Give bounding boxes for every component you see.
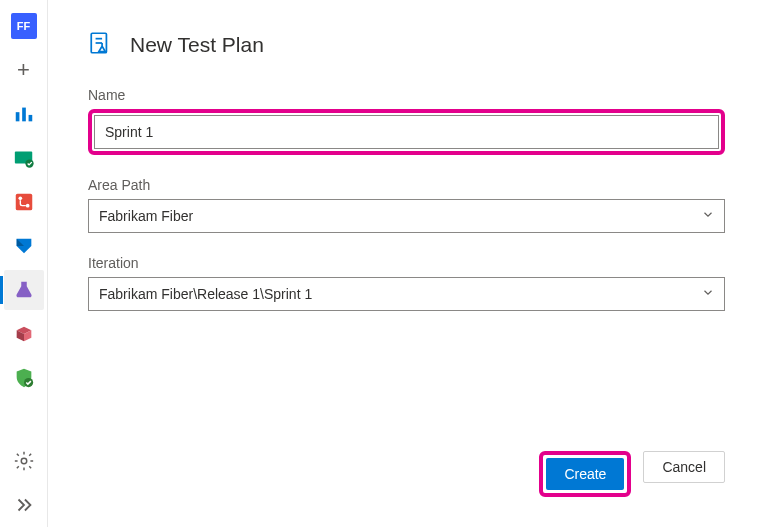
name-field-group: Name [88,87,725,155]
dashboards-icon [13,103,35,125]
svg-rect-5 [15,194,32,211]
sidebar-logo[interactable]: FF [4,6,44,46]
shield-check-icon [13,367,35,389]
page-header: New Test Plan [88,30,725,59]
sidebar-add[interactable]: + [4,50,44,90]
name-input[interactable] [94,115,719,149]
plus-icon: + [17,57,30,83]
page-title: New Test Plan [130,33,264,57]
create-highlight-wrap: Create [539,451,631,497]
sidebar-item-artifacts[interactable] [4,314,44,354]
area-path-select[interactable]: Fabrikam Fiber [88,199,725,233]
sidebar-item-test-plans[interactable] [4,270,44,310]
name-highlight-wrap [88,109,725,155]
area-path-field-group: Area Path Fabrikam Fiber [88,177,725,233]
iteration-label: Iteration [88,255,725,271]
svg-point-9 [21,458,27,464]
test-plans-icon [13,279,35,301]
gear-icon [13,450,35,472]
pipelines-icon [13,235,35,257]
sidebar-item-compliance[interactable] [4,358,44,398]
sidebar-item-repos[interactable] [4,182,44,222]
iteration-field-group: Iteration Fabrikam Fiber\Release 1\Sprin… [88,255,725,311]
dialog-footer: Create Cancel [88,431,725,507]
svg-point-7 [25,204,29,208]
sidebar: FF + [0,0,48,527]
svg-point-6 [18,197,22,201]
repos-icon [13,191,35,213]
iteration-select[interactable]: Fabrikam Fiber\Release 1\Sprint 1 [88,277,725,311]
boards-icon [13,147,35,169]
test-plan-header-icon [88,30,114,59]
create-button[interactable]: Create [546,458,624,490]
svg-rect-1 [22,108,26,122]
area-path-label: Area Path [88,177,725,193]
artifacts-icon [13,323,35,345]
sidebar-item-pipelines[interactable] [4,226,44,266]
cancel-button[interactable]: Cancel [643,451,725,483]
name-label: Name [88,87,725,103]
svg-rect-0 [15,112,19,121]
sidebar-settings[interactable] [4,441,44,481]
sidebar-item-boards[interactable] [4,138,44,178]
sidebar-expand[interactable] [4,485,44,525]
svg-rect-2 [28,115,32,121]
project-logo-icon: FF [11,13,37,39]
main-content: New Test Plan Name Area Path Fabrikam Fi… [48,0,765,527]
chevron-double-right-icon [13,494,35,516]
sidebar-item-dashboards[interactable] [4,94,44,134]
